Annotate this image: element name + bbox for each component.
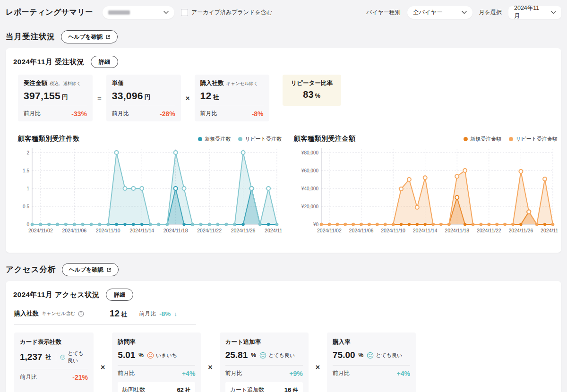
access-funnel-row: カード表示社数 1,237 社 とても良い	[14, 332, 554, 392]
chart-legend: 新規受注金額 リピート受注金額	[464, 136, 558, 143]
legend-item: リピート受注数	[238, 136, 282, 143]
mom-value: +4%	[182, 370, 195, 377]
purchase-count-row: 購入社数 キャンセル含む 12社 前月比 -8% ↓	[14, 308, 196, 325]
legend-dot-icon	[198, 137, 202, 141]
smiley-good-icon	[259, 352, 266, 359]
metric-title: 受注金額	[24, 79, 47, 87]
access-card: 2024年11月 アクセス状況 詳細 購入社数 キャンセル含む 12社 前月比 …	[6, 281, 561, 392]
svg-text:2024/11/18: 2024/11/18	[445, 228, 469, 233]
svg-text:2024/11/06: 2024/11/06	[62, 228, 86, 233]
purchase-mom-value: -8%	[159, 310, 171, 317]
orders-charts-row: 顧客種類別受注件数 新規受注数 リピート受注数 2024/11/022024/1…	[18, 135, 554, 243]
checkbox-box[interactable]	[181, 9, 188, 16]
svg-text:2024/11/06: 2024/11/06	[349, 228, 374, 233]
chart-legend: 新規受注数 リピート受注数	[198, 136, 282, 143]
funnel-cart-add-rate: カート追加率 25.81 % とても良い	[220, 332, 309, 392]
metric-unit-price: 単価 33,096円 前月比 -28%	[106, 75, 181, 121]
rating-badge: とても良い	[259, 352, 295, 359]
svg-text:0: 0	[26, 222, 29, 227]
metric-value: 33,096円	[112, 90, 175, 102]
cart-add-count-subrow: カート追加数 16件	[225, 382, 303, 392]
svg-text:0.5: 0.5	[23, 204, 29, 209]
funnel-value: 75.00	[333, 350, 355, 360]
svg-text:2024/11/22: 2024/11/22	[197, 228, 222, 233]
orders-metrics-row: 受注金額 税込、送料除く 397,155円 前月比 -33% = 単価 33,0…	[18, 75, 554, 121]
orders-card: 2024年11月 受注状況 詳細 受注金額 税込、送料除く 397,155円 前…	[6, 48, 561, 253]
access-card-title: 2024年11月 アクセス状況	[13, 290, 99, 299]
metric-value: 397,155円	[24, 90, 87, 102]
orders-section-title: 当月受注状況	[6, 32, 55, 42]
repeater-ratio-box: リピーター比率 83%	[283, 75, 341, 106]
purchase-mom: 前月比 -8% ↓	[139, 310, 177, 318]
svg-text:1: 1	[26, 186, 29, 191]
page-title: レポーティングサマリー	[6, 8, 93, 17]
svg-text:¥60,000: ¥60,000	[301, 168, 319, 173]
buyer-type-label: バイヤー種別	[366, 9, 401, 17]
mom-value: -33%	[71, 110, 87, 118]
chevron-down-icon	[163, 11, 169, 14]
chart-title: 顧客種類別受注金額	[294, 135, 356, 143]
purchase-count-note: キャンセル含む	[42, 310, 75, 317]
access-section-head: アクセス分析 ヘルプを確認	[6, 263, 561, 276]
svg-text:2024/11/30: 2024/11/30	[541, 228, 558, 233]
month-select[interactable]: 2024年11月	[508, 6, 561, 19]
svg-text:2024/11/14: 2024/11/14	[129, 228, 154, 233]
repeater-ratio-title: リピーター比率	[291, 79, 333, 87]
svg-text:¥40,000: ¥40,000	[301, 186, 319, 191]
rating-badge: いまいち	[147, 352, 177, 359]
times-operator: ×	[208, 363, 212, 372]
legend-dot-icon	[238, 137, 242, 141]
info-icon[interactable]	[78, 311, 84, 317]
svg-text:¥0: ¥0	[313, 222, 319, 227]
equals-operator: =	[97, 94, 102, 102]
mom-value: +9%	[289, 370, 302, 377]
svg-text:2024/11/30: 2024/11/30	[265, 228, 282, 233]
mom-label: 前月比	[200, 110, 217, 118]
smiley-good-icon	[367, 352, 374, 359]
repeater-ratio-value: 83%	[291, 89, 333, 100]
svg-text:2024/11/02: 2024/11/02	[317, 228, 342, 233]
svg-text:1.5: 1.5	[23, 168, 29, 173]
metric-note: 税込、送料除く	[50, 81, 81, 87]
metric-buyer-count: 購入社数 キャンセル除く 12社 前月比 -8%	[195, 75, 269, 121]
smiley-poor-icon	[147, 352, 154, 359]
divider	[133, 309, 133, 318]
mom-value: -8%	[252, 110, 264, 118]
external-link-icon	[106, 267, 112, 273]
legend-item: 新規受注数	[198, 136, 231, 143]
rating-badge: とても良い	[60, 350, 88, 364]
chart-title: 顧客種類別受注件数	[18, 135, 80, 143]
legend-item: 新規受注金額	[464, 136, 501, 143]
svg-text:2024/11/22: 2024/11/22	[477, 228, 501, 233]
redacted-brand-name	[108, 10, 130, 15]
metric-title: 単価	[112, 79, 124, 87]
reporting-summary-page: レポーティングサマリー アーカイブ済みブランドを含む バイヤー種別 全バイヤー …	[0, 0, 567, 392]
funnel-purchase-rate: 購入率 75.00 % とても良い	[327, 332, 416, 392]
access-help-button[interactable]: ヘルプを確認	[62, 263, 119, 276]
buyer-type-select[interactable]: 全バイヤー	[407, 6, 472, 19]
access-detail-button[interactable]: 詳細	[106, 289, 133, 301]
visit-count-subrow: 訪問社数 62社	[118, 382, 195, 392]
archived-brands-checkbox[interactable]: アーカイブ済みブランドを含む	[181, 9, 272, 17]
orders-help-button[interactable]: ヘルプを確認	[61, 30, 118, 43]
metric-order-amount: 受注金額 税込、送料除く 397,155円 前月比 -33%	[18, 75, 93, 121]
buyer-type-value: 全バイヤー	[413, 9, 443, 17]
orders-card-title: 2024年11月 受注状況	[13, 58, 84, 67]
orders-detail-button[interactable]: 詳細	[91, 56, 118, 68]
funnel-value: 5.01	[118, 350, 135, 360]
mom-label: 前月比	[112, 110, 129, 118]
orders-section-head: 当月受注状況 ヘルプを確認	[6, 30, 561, 43]
metric-value: 12社	[200, 90, 264, 102]
order-amount-chart: 顧客種類別受注金額 新規受注金額 リピート受注金額 2024/11/022024…	[294, 135, 558, 243]
brand-select[interactable]	[103, 6, 174, 19]
svg-text:¥80,000: ¥80,000	[301, 150, 319, 155]
order-amount-chart-canvas: 2024/11/022024/11/062024/11/102024/11/14…	[294, 145, 558, 242]
chevron-down-icon	[551, 11, 556, 14]
purchase-count-value: 12社	[110, 308, 127, 319]
legend-dot-icon	[464, 137, 468, 141]
funnel-visit-rate: 訪問率 5.01 % いまいち	[112, 332, 201, 392]
svg-text:2: 2	[26, 150, 29, 155]
mom-value: -21%	[72, 374, 88, 381]
external-link-icon	[105, 34, 111, 40]
order-count-chart-canvas: 2024/11/022024/11/062024/11/102024/11/14…	[18, 145, 282, 242]
